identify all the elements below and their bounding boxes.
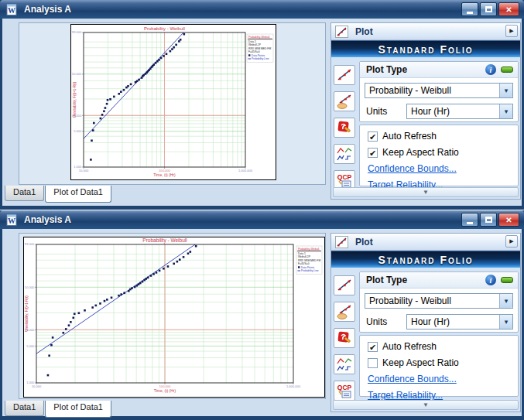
- publish-plot-button[interactable]: [334, 302, 355, 322]
- rs-draw-button[interactable]: [334, 118, 355, 138]
- plot-button[interactable]: [334, 65, 355, 85]
- close-button[interactable]: ✕: [498, 213, 519, 227]
- plot-sheet: 99.00050.00010.0005.0001.00010,000100,00…: [19, 22, 326, 185]
- window-analysis-a-top: W Analysis A ✕ 99.00050.00010.0005.0001.…: [0, 0, 524, 210]
- plot-type-label: Plot Type: [366, 64, 485, 75]
- plot-type-header: Plot Type i: [360, 62, 518, 78]
- panel-collapse-button[interactable]: ▼: [333, 400, 519, 410]
- target-reliability-link[interactable]: Target Reliability...: [368, 390, 518, 401]
- svg-text:100,000: 100,000: [159, 384, 172, 388]
- svg-text:QCP: QCP: [337, 173, 352, 181]
- legend-toggle-icon[interactable]: [501, 67, 513, 73]
- panel-header: Plot ▶: [331, 23, 520, 40]
- chevron-down-icon[interactable]: ▾: [499, 104, 512, 118]
- svg-text:10,000: 10,000: [79, 169, 89, 172]
- chevron-down-icon[interactable]: ▾: [499, 84, 512, 97]
- plot-control-panel: Plot ▶ Standard Folio QCP Plot Type: [330, 22, 521, 200]
- svg-text:Data 1: Data 1: [248, 40, 256, 43]
- svg-text:5.000: 5.000: [74, 129, 82, 133]
- plot-icon: [335, 26, 348, 38]
- qcp-button[interactable]: QCP: [334, 381, 355, 401]
- maximize-icon: [485, 217, 492, 223]
- svg-text:100,000: 100,000: [159, 169, 171, 172]
- window-title: Analysis A: [24, 4, 71, 15]
- confidence-bounds-link[interactable]: Confidence Bounds...: [368, 374, 518, 384]
- tab-data1[interactable]: Data1: [5, 186, 44, 201]
- svg-text:Probability Line: Probability Line: [252, 57, 269, 60]
- info-icon[interactable]: i: [485, 275, 496, 285]
- panel-expand-button[interactable]: ▶: [505, 235, 518, 248]
- svg-text:W: W: [8, 6, 15, 15]
- plot-setup-button[interactable]: [334, 354, 355, 374]
- svg-text:1,000,000: 1,000,000: [286, 384, 301, 388]
- units-select[interactable]: Hour (Hr) ▾: [406, 314, 513, 330]
- plot-icon: [335, 236, 348, 248]
- panel-collapse-button[interactable]: ▼: [333, 187, 519, 197]
- keep-aspect-ratio-checkbox[interactable]: ✔: [368, 148, 378, 158]
- panel-header: Plot ▶: [331, 234, 520, 251]
- plot-control-panel: Plot ▶ Standard Folio QCP Plot Type: [330, 233, 521, 412]
- maximize-icon: [485, 6, 492, 12]
- svg-text:Time, (t) (Hr): Time, (t) (Hr): [154, 388, 176, 393]
- svg-text:Data Points: Data Points: [252, 54, 265, 57]
- auto-refresh-checkbox[interactable]: ✔: [368, 131, 378, 142]
- minimize-icon: [467, 12, 473, 14]
- confidence-bounds-link[interactable]: Confidence Bounds...: [368, 163, 518, 174]
- window-title: Analysis A: [24, 214, 71, 225]
- publish-plot-button[interactable]: [334, 91, 355, 111]
- close-button[interactable]: ✕: [498, 2, 519, 16]
- minimize-button[interactable]: [461, 213, 478, 227]
- plot-options-group: ✔ Auto Refresh Keep Aspect Ratio Confide…: [359, 335, 519, 397]
- tab-plot-of-data1[interactable]: Plot of Data1: [45, 401, 111, 418]
- svg-text:50.000: 50.000: [72, 72, 82, 76]
- svg-text:Probability - Weibull: Probability - Weibull: [144, 26, 185, 31]
- maximize-button[interactable]: [480, 213, 497, 227]
- plot-type-label: Plot Type: [366, 275, 485, 285]
- units-value: Hour (Hr): [407, 316, 499, 327]
- standard-folio-banner: Standard Folio: [331, 40, 520, 57]
- info-icon[interactable]: i: [485, 64, 496, 75]
- plot-type-group: Plot Type i Probability - Weibull ▾ Unit…: [359, 271, 519, 333]
- units-select[interactable]: Hour (Hr) ▾: [406, 104, 513, 119]
- svg-text:Time, (t) (Hr): Time, (t) (Hr): [153, 172, 176, 177]
- keep-aspect-row: Keep Aspect Ratio: [368, 357, 518, 368]
- chevron-down-icon[interactable]: ▾: [499, 315, 512, 329]
- svg-text:Unreliability, F(t)=1-R(t): Unreliability, F(t)=1-R(t): [25, 295, 29, 332]
- legend-toggle-icon[interactable]: [501, 277, 513, 283]
- tab-plot-of-data1[interactable]: Plot of Data1: [45, 186, 111, 203]
- titlebar[interactable]: W Analysis A ✕: [0, 210, 524, 229]
- units-row: Units Hour (Hr) ▾: [366, 314, 513, 330]
- svg-text:Unreliability, F(t)=1-R(t): Unreliability, F(t)=1-R(t): [73, 81, 77, 118]
- svg-text:5.000: 5.000: [26, 344, 35, 348]
- auto-refresh-checkbox[interactable]: ✔: [368, 342, 378, 352]
- plot-setup-button[interactable]: [334, 144, 355, 164]
- keep-aspect-ratio-checkbox[interactable]: [368, 358, 378, 368]
- plot-type-select[interactable]: Probability - Weibull ▾: [365, 293, 513, 309]
- svg-text:Probability - Weibull: Probability - Weibull: [142, 237, 187, 244]
- keep-aspect-label: Keep Aspect Ratio: [382, 147, 459, 158]
- auto-refresh-row: ✔ Auto Refresh: [368, 341, 518, 352]
- minimize-button[interactable]: [461, 2, 478, 16]
- minimize-icon: [467, 222, 473, 224]
- chevron-down-icon[interactable]: ▾: [499, 294, 512, 308]
- tab-data1[interactable]: Data1: [5, 401, 44, 416]
- rs-draw-button[interactable]: [334, 328, 355, 348]
- titlebar[interactable]: W Analysis A ✕: [0, 0, 524, 19]
- svg-text:RRX SRM MED FM: RRX SRM MED FM: [248, 47, 271, 50]
- plot-type-value: Probability - Weibull: [365, 85, 499, 96]
- panel-content: QCP Plot Type i Probability - Weibull ▾ …: [331, 268, 520, 411]
- weibull-plot[interactable]: 99.00050.00010.0005.0001.00010,000100,00…: [23, 237, 325, 398]
- auto-refresh-row: ✔ Auto Refresh: [368, 131, 518, 142]
- svg-text:1,000,000: 1,000,000: [238, 169, 253, 172]
- plot-type-select[interactable]: Probability - Weibull ▾: [365, 83, 513, 98]
- units-row: Units Hour (Hr) ▾: [366, 104, 513, 119]
- weibull-plot[interactable]: 99.00050.00010.0005.0001.00010,000100,00…: [70, 24, 276, 180]
- maximize-button[interactable]: [480, 2, 497, 16]
- plot-button[interactable]: [334, 275, 355, 295]
- units-label: Units: [366, 106, 406, 117]
- plot-options-group: ✔ Auto Refresh ✔ Keep Aspect Ratio Confi…: [359, 125, 519, 186]
- panel-expand-button[interactable]: ▶: [505, 25, 518, 37]
- standard-folio-banner: Standard Folio: [331, 251, 520, 268]
- svg-text:Probability-Weibull: Probability-Weibull: [248, 36, 270, 39]
- auto-refresh-label: Auto Refresh: [382, 131, 437, 142]
